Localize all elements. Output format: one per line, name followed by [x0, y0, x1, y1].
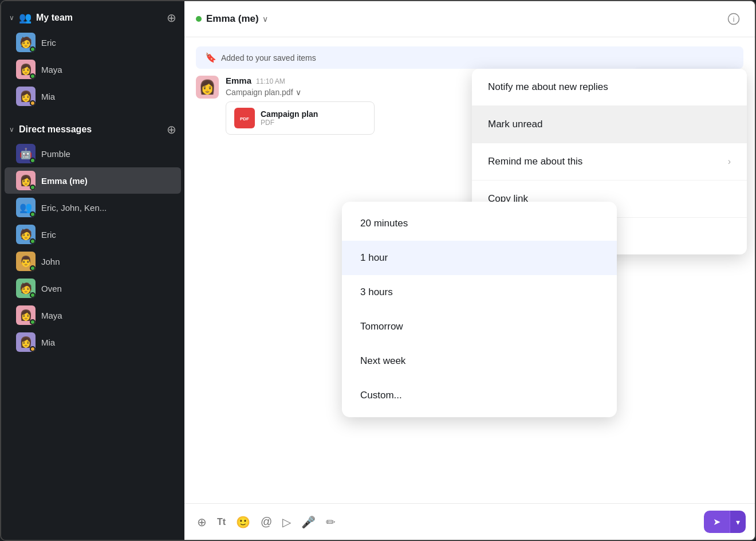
attach-button[interactable]: ⊕: [194, 512, 210, 532]
emoji-button[interactable]: 🙂: [233, 512, 254, 532]
svg-text:i: i: [733, 15, 735, 23]
chat-header: Emma (me) ∨ i: [184, 1, 755, 37]
team-members-list: 🧑 Eric 👩 Maya 👩 Mia: [1, 29, 184, 110]
dm-list: 🤖 Pumble 👩 Emma (me) 👥 Eric, John, Ken..…: [1, 140, 184, 356]
name-maya2: Maya: [41, 311, 62, 320]
dm-section-title: Direct messages: [19, 124, 162, 135]
avatar-maya: 👩: [16, 60, 36, 79]
context-item-mark-unread[interactable]: Mark unread: [472, 106, 747, 143]
chat-title-chevron-icon[interactable]: ∨: [262, 14, 268, 23]
status-dot-john: [30, 265, 36, 271]
status-dot-mia: [30, 100, 36, 106]
status-dot-eric-john-ken: [30, 211, 36, 217]
svg-text:PDF: PDF: [240, 116, 249, 121]
context-item-remind[interactable]: Remind me about this ›: [472, 143, 747, 181]
sidebar-item-mia[interactable]: 👩 Mia: [5, 83, 181, 109]
sidebar-item-maya[interactable]: 👩 Maya: [5, 56, 181, 83]
status-dot-oven: [30, 292, 36, 298]
submenu-item-custom[interactable]: Custom...: [342, 378, 617, 413]
avatar-maya2: 👩: [16, 305, 36, 325]
avatar-mia: 👩: [16, 87, 36, 106]
app-container: ∨ 👥 My team ⊕ 🧑 Eric 👩 Maya: [0, 0, 756, 541]
chat-title: Emma (me): [206, 13, 259, 25]
dm-chevron-icon: ∨: [9, 126, 14, 134]
submenu-item-next-week[interactable]: Next week: [342, 344, 617, 378]
status-dot-eric: [30, 46, 36, 52]
add-dm-button[interactable]: ⊕: [167, 124, 176, 135]
name-emma-me: Emma (me): [41, 176, 88, 186]
status-dot-emma-me: [30, 185, 36, 190]
saved-banner: 🔖 Added to your saved items 🙂 💬 ↗ 🔖 •••: [196, 46, 743, 69]
file-attachment[interactable]: PDF Campaign plan PDF: [226, 101, 375, 135]
media-button[interactable]: ▷: [279, 512, 294, 532]
name-eric-john-ken: Eric, John, Ken...: [41, 203, 107, 213]
context-item-notify[interactable]: Notify me about new replies: [472, 69, 747, 106]
name-oven: Oven: [41, 284, 62, 293]
avatar-eric2: 🧑: [16, 225, 36, 244]
info-icon: i: [727, 13, 740, 25]
team-section-title: My team: [36, 13, 162, 23]
file-label-chevron-icon: ∨: [296, 88, 301, 97]
message-sender: Emma: [226, 76, 251, 85]
name-mia2: Mia: [41, 338, 55, 347]
sidebar-item-eric[interactable]: 🧑 Eric: [5, 29, 181, 56]
add-team-button[interactable]: ⊕: [167, 12, 176, 23]
avatar-eric: 🧑: [16, 33, 36, 52]
team-section-header[interactable]: ∨ 👥 My team ⊕: [1, 7, 184, 29]
sidebar-item-eric-john-ken[interactable]: 👥 Eric, John, Ken...: [5, 194, 181, 221]
submenu-item-3hours[interactable]: 3 hours: [342, 275, 617, 309]
pdf-file-icon: PDF: [239, 112, 250, 124]
sidebar: ∨ 👥 My team ⊕ 🧑 Eric 👩 Maya: [1, 1, 184, 540]
send-split: ➤ ▾: [704, 511, 746, 533]
sidebar-item-mia2[interactable]: 👩 Mia: [5, 329, 181, 355]
main-chat: Emma (me) ∨ i 🔖 Added to your saved item…: [184, 1, 755, 540]
status-dot-mia2: [30, 346, 36, 352]
notify-label: Notify me about new replies: [488, 81, 608, 93]
avatar-eric-john-ken: 👥: [16, 198, 36, 217]
format-text-button[interactable]: Tt: [214, 513, 229, 531]
status-dot-maya2: [30, 319, 36, 325]
name-mia: Mia: [41, 92, 55, 101]
sidebar-item-maya2[interactable]: 👩 Maya: [5, 302, 181, 328]
avatar-oven: 🧑: [16, 279, 36, 298]
sidebar-item-john[interactable]: 👨 John: [5, 248, 181, 275]
avatar-pumble: 🤖: [16, 144, 36, 163]
input-toolbar: ⊕ Tt 🙂 @ ▷ 🎤 ✏ ➤ ▾: [194, 511, 746, 533]
avatar-mia2: 👩: [16, 332, 36, 352]
file-ext: PDF: [261, 119, 318, 127]
send-dropdown-button[interactable]: ▾: [730, 511, 746, 533]
submenu-item-1hour[interactable]: 1 hour: [342, 241, 617, 275]
saved-banner-text: Added to your saved items: [221, 53, 316, 62]
team-chevron-icon: ∨: [9, 14, 14, 22]
chat-input-area: ⊕ Tt 🙂 @ ▷ 🎤 ✏ ➤ ▾: [184, 503, 755, 540]
sidebar-item-pumble[interactable]: 🤖 Pumble: [5, 140, 181, 167]
dm-section-header[interactable]: ∨ Direct messages ⊕: [1, 119, 184, 140]
compose-button[interactable]: ✏: [322, 512, 339, 532]
name-john: John: [41, 257, 60, 266]
message-avatar: 👩: [196, 76, 219, 99]
submenu-item-tomorrow[interactable]: Tomorrow: [342, 309, 617, 344]
message-time: 11:10 AM: [256, 77, 285, 85]
submenu-item-20min[interactable]: 20 minutes: [342, 206, 617, 241]
sidebar-item-oven[interactable]: 🧑 Oven: [5, 275, 181, 301]
name-maya: Maya: [41, 65, 62, 75]
status-dot-pumble: [30, 158, 36, 163]
mention-button[interactable]: @: [257, 512, 275, 532]
audio-button[interactable]: 🎤: [298, 512, 319, 532]
avatar-john: 👨: [16, 252, 36, 271]
sidebar-item-emma-me[interactable]: 👩 Emma (me): [5, 167, 181, 194]
remind-submenu: 20 minutes 1 hour 3 hours Tomorrow Next …: [342, 202, 617, 417]
chat-status-dot: [196, 16, 202, 22]
send-button[interactable]: ➤: [704, 511, 730, 533]
sidebar-item-eric2[interactable]: 🧑 Eric: [5, 221, 181, 248]
bookmark-icon: 🔖: [205, 52, 216, 63]
name-eric: Eric: [41, 38, 56, 48]
file-info: Campaign plan PDF: [261, 109, 318, 127]
team-icon: 👥: [19, 11, 32, 24]
name-eric2: Eric: [41, 230, 56, 240]
status-dot-maya: [30, 73, 36, 79]
status-dot-eric2: [30, 238, 36, 244]
info-button[interactable]: i: [724, 9, 743, 29]
remind-label: Remind me about this: [488, 156, 582, 167]
remind-chevron-icon: ›: [728, 156, 731, 167]
